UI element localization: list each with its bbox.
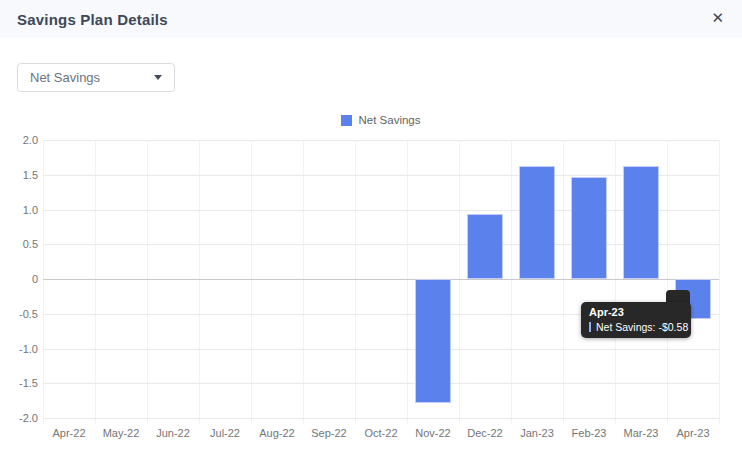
y-axis-tick-label: -1.0 bbox=[4, 343, 38, 355]
net-savings-bar-chart: 2.01.51.00.50-0.5-1.0-1.5-2.0Apr-22May-2… bbox=[0, 0, 742, 460]
chart-tooltip: Apr-23 Net Savings: -$0.58 bbox=[581, 302, 691, 338]
y-axis-tick-label: 2.0 bbox=[4, 134, 38, 146]
tooltip-title: Apr-23 bbox=[589, 306, 683, 319]
vertical-gridline bbox=[719, 140, 720, 424]
x-axis-tick-label: Apr-23 bbox=[663, 427, 723, 439]
y-axis-tick-label: 1.5 bbox=[4, 169, 38, 181]
vertical-gridline bbox=[147, 140, 148, 424]
vertical-gridline bbox=[667, 140, 668, 424]
horizontal-gridline bbox=[43, 140, 719, 141]
horizontal-gridline bbox=[43, 349, 719, 350]
x-axis-tick-label: Oct-22 bbox=[351, 427, 411, 439]
vertical-gridline bbox=[43, 140, 44, 424]
x-axis-tick-label: Sep-22 bbox=[299, 427, 359, 439]
x-axis-tick-label: Feb-23 bbox=[559, 427, 619, 439]
y-axis-tick-label: 0.5 bbox=[4, 238, 38, 250]
bar-Feb-23[interactable] bbox=[571, 177, 607, 279]
vertical-gridline bbox=[407, 140, 408, 424]
x-axis-tick-label: Dec-22 bbox=[455, 427, 515, 439]
vertical-gridline bbox=[251, 140, 252, 424]
vertical-gridline bbox=[563, 140, 564, 424]
y-axis-tick-label: 1.0 bbox=[4, 204, 38, 216]
vertical-gridline bbox=[303, 140, 304, 424]
x-axis-tick-label: Nov-22 bbox=[403, 427, 463, 439]
tooltip-value-text: Net Savings: -$0.58 bbox=[596, 321, 688, 333]
savings-plan-details-modal: Savings Plan Details ✕ Net Savings Net S… bbox=[0, 0, 742, 460]
vertical-gridline bbox=[95, 140, 96, 424]
y-axis-tick-label: -2.0 bbox=[4, 412, 38, 424]
tooltip-row: Net Savings: -$0.58 bbox=[589, 321, 683, 333]
zero-baseline bbox=[43, 279, 719, 280]
x-axis-tick-label: May-22 bbox=[91, 427, 151, 439]
x-axis-tick-label: Jan-23 bbox=[507, 427, 567, 439]
y-axis-tick-label: 0 bbox=[4, 273, 38, 285]
tooltip-series-swatch bbox=[589, 322, 591, 332]
horizontal-gridline bbox=[43, 383, 719, 384]
vertical-gridline bbox=[199, 140, 200, 424]
vertical-gridline bbox=[511, 140, 512, 424]
horizontal-gridline bbox=[43, 210, 719, 211]
vertical-gridline bbox=[355, 140, 356, 424]
y-axis-tick-label: -1.5 bbox=[4, 377, 38, 389]
horizontal-gridline bbox=[43, 418, 719, 419]
x-axis-tick-label: Mar-23 bbox=[611, 427, 671, 439]
bar-Mar-23[interactable] bbox=[623, 166, 659, 279]
x-axis-tick-label: Aug-22 bbox=[247, 427, 307, 439]
bar-Nov-22[interactable] bbox=[415, 279, 451, 403]
vertical-gridline bbox=[459, 140, 460, 424]
x-axis-tick-label: Jun-22 bbox=[143, 427, 203, 439]
horizontal-gridline bbox=[43, 175, 719, 176]
bar-Jan-23[interactable] bbox=[519, 166, 555, 279]
x-axis-tick-label: Jul-22 bbox=[195, 427, 255, 439]
vertical-gridline bbox=[615, 140, 616, 424]
y-axis-tick-label: -0.5 bbox=[4, 308, 38, 320]
x-axis-tick-label: Apr-22 bbox=[39, 427, 99, 439]
horizontal-gridline bbox=[43, 244, 719, 245]
bar-Dec-22[interactable] bbox=[467, 214, 503, 279]
